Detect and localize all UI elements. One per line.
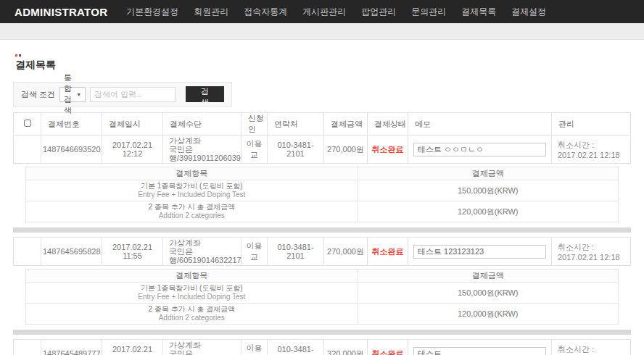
col-header-amount: 결제금액 xyxy=(324,113,368,135)
sub-header-item: 결제항목 xyxy=(26,270,358,283)
cancel-time-label: 취소시간 : 2017.02.21 12:18 xyxy=(552,135,631,164)
contact-number: 010-3481-2101 xyxy=(268,340,324,355)
accent-dot-dark xyxy=(19,54,21,57)
payment-item-row: 기본 1종목참가비 (도핑비 포함) Entry Fee + Included … xyxy=(26,283,619,304)
payment-item-row: 2 종목 추가 시 총 결제금액 Addtion 2 categories 12… xyxy=(26,201,619,222)
item-name-ko: 2 종목 추가 시 총 결제금액 xyxy=(28,203,356,212)
payment-no: 1487645489777 xyxy=(41,340,102,355)
col-header-datetime: 결제일시 xyxy=(102,113,163,135)
payment-main-table: 1487645489777 2017.02.21 11:51 가상계좌 국민은행… xyxy=(13,339,631,355)
contact-number: 010-3481-2101 xyxy=(268,135,324,164)
col-header-contact: 연락처 xyxy=(268,113,324,135)
search-panel: 검색 조건 통합검색 ▼ 검색하기 xyxy=(13,82,232,106)
payment-record: 1487645695828 2017.02.21 11:55 가상계좌 국민은행… xyxy=(13,237,631,325)
record-separator xyxy=(13,227,631,233)
table-header-row: 결제번호 결제일시 결제수단 신청인 연락처 결제금액 결제상태 메모 관리 xyxy=(14,113,631,135)
item-name-en: Addtion 2 categories xyxy=(28,212,356,220)
search-type-select[interactable]: 통합검색 ▼ xyxy=(59,87,86,102)
sub-header-amount: 결제금액 xyxy=(358,167,618,180)
payment-datetime: 2017.02.21 11:55 xyxy=(102,238,163,266)
sub-header-bar xyxy=(0,23,644,40)
page-title-section: 결제목록 xyxy=(0,40,644,72)
row-checkbox-cell xyxy=(14,135,41,164)
status-badge: 취소완료 xyxy=(368,135,408,164)
payment-record: 결제번호 결제일시 결제수단 신청인 연락처 결제금액 결제상태 메모 관리 1… xyxy=(13,112,631,222)
page-title: 결제목록 xyxy=(15,59,644,72)
memo-cell xyxy=(408,238,552,266)
item-name-cell: 2 종목 추가 시 총 결제금액 Addtion 2 categories xyxy=(26,201,358,222)
payment-record: 1487645489777 2017.02.21 11:51 가상계좌 국민은행… xyxy=(13,339,631,355)
payment-method-account: 국민은행/60519014632217 xyxy=(169,247,239,264)
col-header-payment-no: 결제번호 xyxy=(41,113,102,135)
admin-brand: ADMINISTRATOR xyxy=(15,6,107,18)
sub-header-item: 결제항목 xyxy=(26,167,358,180)
payment-method-type: 가상계좌 xyxy=(169,136,239,145)
search-condition-label: 검색 조건 xyxy=(21,89,55,100)
item-name-en: Entry Fee + Included Doping Test xyxy=(28,293,356,301)
memo-input[interactable] xyxy=(413,245,546,259)
cancel-time-label: 취소시간 : 2017.02.21 12:18 xyxy=(552,238,631,266)
payment-item-row: 기본 1종목참가비 (도핑비 포함) Entry Fee + Included … xyxy=(26,180,619,201)
applicant-name: 이용교 xyxy=(242,238,268,266)
payment-records-list: 결제번호 결제일시 결제수단 신청인 연락처 결제금액 결제상태 메모 관리 1… xyxy=(13,112,631,355)
payment-main-table: 결제번호 결제일시 결제수단 신청인 연락처 결제금액 결제상태 메모 관리 1… xyxy=(13,112,631,164)
payment-method: 가상계좌 국민은행/39919011199306 xyxy=(163,340,242,355)
record-separator xyxy=(13,330,631,335)
menu-item-basic-settings[interactable]: 기본환경설정 xyxy=(126,6,178,18)
payment-datetime: 2017.02.21 11:51 xyxy=(102,340,163,355)
payment-method: 가상계좌 국민은행/39919011206039 xyxy=(163,135,242,164)
payment-no: 1487645695828 xyxy=(41,238,102,266)
payment-items-wrap: 결제항목 결제금액 기본 1종목참가비 (도핑비 포함) Entry Fee +… xyxy=(25,269,619,325)
payment-row: 1487645695828 2017.02.21 11:55 가상계좌 국민은행… xyxy=(14,238,631,266)
title-accent-dots xyxy=(15,54,644,57)
accent-dot-red xyxy=(15,54,17,57)
col-header-applicant: 신청인 xyxy=(242,113,268,135)
row-checkbox-cell xyxy=(14,238,41,266)
col-header-status: 결제상태 xyxy=(368,113,408,135)
item-amount: 120,000원(KRW) xyxy=(358,201,618,222)
status-badge: 취소완료 xyxy=(368,340,408,355)
payment-items-table: 결제항목 결제금액 기본 1종목참가비 (도핑비 포함) Entry Fee +… xyxy=(25,167,619,222)
menu-item-board-management[interactable]: 게시판관리 xyxy=(302,6,346,18)
memo-input[interactable] xyxy=(413,143,546,156)
payment-method-account: 국민은행/39919011199306 xyxy=(169,349,239,355)
status-badge: 취소완료 xyxy=(368,238,408,266)
menu-item-payment-list[interactable]: 결제목록 xyxy=(461,6,496,18)
sub-header-amount: 결제금액 xyxy=(358,270,618,283)
memo-cell xyxy=(408,340,552,355)
search-button[interactable]: 검색하기 xyxy=(186,86,224,102)
item-name-ko: 기본 1종목참가비 (도핑비 포함) xyxy=(28,284,356,293)
payment-amount: 270,000원 xyxy=(324,135,368,164)
applicant-name: 이용교 xyxy=(242,135,268,164)
menu-item-visitor-stats[interactable]: 접속자통계 xyxy=(244,6,287,18)
menu-item-payment-settings[interactable]: 결제설정 xyxy=(511,6,546,18)
col-header-manage: 관리 xyxy=(552,113,631,135)
item-amount: 150,000원(KRW) xyxy=(358,180,618,201)
search-type-value: 통합검색 xyxy=(64,72,73,116)
menu-item-inquiry-management[interactable]: 문의관리 xyxy=(411,6,446,18)
memo-cell xyxy=(408,135,552,164)
menu-item-popup-management[interactable]: 팝업관리 xyxy=(361,6,396,18)
item-name-en: Addtion 2 categories xyxy=(28,314,356,322)
top-navbar: ADMINISTRATOR 기본환경설정 회원관리 접속자통계 게시판관리 팝업… xyxy=(0,0,644,23)
memo-input[interactable] xyxy=(413,347,546,355)
chevron-down-icon: ▼ xyxy=(76,92,81,97)
payment-amount: 270,000원 xyxy=(324,238,368,266)
item-name-cell: 2 종목 추가 시 총 결제금액 Addtion 2 categories xyxy=(26,304,358,325)
cancel-time-label: 취소시간 : 2017.02.21 12:18 xyxy=(552,340,631,355)
payment-method-account: 국민은행/39919011206039 xyxy=(169,145,239,162)
main-menu: 기본환경설정 회원관리 접속자통계 게시판관리 팝업관리 문의관리 결제목록 결… xyxy=(126,6,546,18)
item-amount: 120,000원(KRW) xyxy=(358,304,618,325)
row-checkbox-cell xyxy=(14,340,41,355)
payment-row: 1487646693520 2017.02.21 12:12 가상계좌 국민은행… xyxy=(14,135,631,164)
payment-no: 1487646693520 xyxy=(41,135,102,164)
col-header-memo: 메모 xyxy=(408,113,552,135)
select-all-checkbox[interactable] xyxy=(24,120,31,127)
applicant-name: 이용교 xyxy=(242,340,268,355)
payment-method-type: 가상계좌 xyxy=(169,341,239,349)
contact-number: 010-3481-2101 xyxy=(268,238,324,266)
item-name-ko: 2 종목 추가 시 총 결제금액 xyxy=(28,305,356,314)
menu-item-member-management[interactable]: 회원관리 xyxy=(194,6,228,18)
search-input[interactable] xyxy=(90,87,176,102)
item-name-ko: 기본 1종목참가비 (도핑비 포함) xyxy=(28,182,356,191)
